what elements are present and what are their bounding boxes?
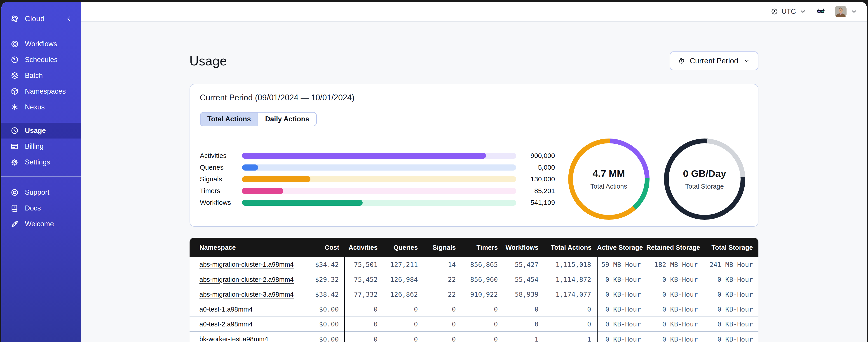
cell-timers: 0	[461, 302, 503, 317]
cell-active_storage: 0 KB-Hour	[597, 302, 646, 317]
column-header-retained_storage: Retained Storage	[646, 238, 703, 257]
cell-active_storage: 0 KB-Hour	[597, 332, 646, 342]
topbar: UTC	[81, 2, 867, 22]
bar-fill	[242, 188, 283, 194]
sidebar-item-label: Batch	[25, 71, 43, 80]
bar-track	[242, 188, 516, 194]
cell-cost: $0.00	[306, 332, 345, 342]
collapse-sidebar-icon[interactable]	[65, 15, 72, 22]
sidebar-divider	[1, 176, 81, 177]
column-header-namespace: Namespace	[190, 238, 306, 257]
cell-signals: 0	[423, 332, 461, 342]
bar-value: 85,201	[516, 187, 555, 195]
bar-label: Activities	[200, 152, 242, 160]
cell-timers: 910,922	[461, 287, 503, 302]
feedback-glasses-icon[interactable]	[816, 6, 826, 16]
sidebar-nav: WorkflowsSchedulesBatchNamespacesNexusUs…	[1, 36, 81, 232]
sidebar-item-settings[interactable]: Settings	[1, 154, 81, 170]
period-button-label: Current Period	[690, 57, 738, 65]
nexus-icon	[10, 103, 19, 111]
sidebar-item-nexus[interactable]: Nexus	[1, 99, 81, 115]
namespace-link[interactable]: abs-migration-cluster-2.a98mm4	[199, 276, 294, 283]
timezone-label: UTC	[781, 7, 796, 15]
bar-fill	[242, 165, 258, 171]
cell-active_storage: 0 KB-Hour	[597, 272, 646, 287]
sidebar-item-schedules[interactable]: Schedules	[1, 52, 81, 68]
cell-cost: $0.00	[306, 302, 345, 317]
cell-total_actions: 1,174,077	[544, 287, 597, 302]
cell-activities: 75,501	[345, 257, 383, 272]
namespace-link[interactable]: a0-test-1.a98mm4	[199, 306, 253, 313]
namespace-link[interactable]: bk-worker-test.a98mm4	[199, 336, 269, 342]
cell-workflows: 55,454	[503, 272, 544, 287]
cell-total_storage: 0 KB-Hour	[703, 287, 758, 302]
table-row: abs-migration-cluster-3.a98mm4$38.4277,3…	[190, 287, 758, 302]
sidebar-item-billing[interactable]: Billing	[1, 138, 81, 154]
cell-active_storage: 0 KB-Hour	[597, 317, 646, 332]
temporal-logo-icon	[10, 14, 19, 23]
current-period-card: Current Period (09/01/2024 — 10/01/2024)…	[190, 84, 758, 227]
cell-cost: $29.32	[306, 272, 345, 287]
chevron-down-icon[interactable]	[850, 8, 858, 15]
bar-label: Timers	[200, 187, 242, 195]
bar-row-workflows: Workflows541,109	[200, 197, 555, 208]
sidebar-item-label: Billing	[25, 142, 43, 150]
cell-queries: 127,211	[383, 257, 423, 272]
bar-value: 5,000	[516, 164, 555, 171]
period-selector-button[interactable]: Current Period	[670, 52, 758, 70]
donut-label: Total Storage	[685, 183, 724, 190]
cell-activities: 77,332	[345, 287, 383, 302]
sidebar-item-docs[interactable]: Docs	[1, 200, 81, 216]
brand: Cloud	[1, 11, 81, 27]
charts-row: Activities900,000Queries5,000Signals130,…	[200, 138, 748, 220]
app-window: Cloud WorkflowsSchedulesBatchNamespacesN…	[1, 2, 867, 342]
sidebar-item-label: Settings	[25, 158, 50, 166]
sidebar-item-workflows[interactable]: Workflows	[1, 36, 81, 52]
column-header-activities: Activities	[345, 238, 383, 257]
sidebar-item-batch[interactable]: Batch	[1, 68, 81, 83]
bar-label: Workflows	[200, 199, 242, 206]
column-header-timers: Timers	[461, 238, 503, 257]
cell-activities: 0	[345, 332, 383, 342]
cell-total_actions: 1,115,018	[544, 257, 597, 272]
cell-active_storage: 0 KB-Hour	[597, 287, 646, 302]
namespace-link[interactable]: a0-test-2.a98mm4	[199, 320, 253, 328]
sidebar-item-welcome[interactable]: Welcome	[1, 216, 81, 232]
cell-active_storage: 59 MB-Hour	[597, 257, 646, 272]
cell-activities: 0	[345, 317, 383, 332]
sidebar-item-usage[interactable]: Usage	[1, 123, 81, 138]
sidebar-item-label: Support	[25, 189, 50, 197]
cell-total_actions: 1,114,872	[544, 272, 597, 287]
cell-total_storage: 0 KB-Hour	[703, 317, 758, 332]
cell-cost: $38.42	[306, 287, 345, 302]
bar-fill	[242, 153, 486, 159]
card-title: Current Period (09/01/2024 — 10/01/2024)	[200, 93, 748, 102]
cell-workflows: 58,939	[503, 287, 544, 302]
namespace-link[interactable]: abs-migration-cluster-3.a98mm4	[199, 291, 294, 298]
bar-row-timers: Timers85,201	[200, 185, 555, 197]
avatar[interactable]	[835, 6, 846, 18]
cell-total_actions: 1	[544, 332, 597, 342]
cell-queries: 0	[383, 317, 423, 332]
usage-table: NamespaceCostActivitiesQueriesSignalsTim…	[190, 238, 758, 342]
tab-daily-actions[interactable]: Daily Actions	[257, 112, 316, 126]
bar-track	[242, 200, 516, 206]
cell-signals: 14	[423, 257, 461, 272]
sidebar-item-label: Docs	[25, 204, 41, 212]
schedules-icon	[10, 56, 19, 64]
account-menu[interactable]	[835, 6, 858, 18]
cell-signals: 22	[423, 272, 461, 287]
namespaces-icon	[10, 87, 19, 96]
table-row: a0-test-2.a98mm4$0.000000000 KB-Hour0 KB…	[190, 317, 758, 332]
cell-workflows: 55,427	[503, 257, 544, 272]
cell-retained_storage: 182 MB-Hour	[646, 257, 703, 272]
donut-value: 0 GB/Day	[683, 168, 726, 179]
table-row: abs-migration-cluster-2.a98mm4$29.3275,4…	[190, 272, 758, 287]
sidebar-item-namespaces[interactable]: Namespaces	[1, 83, 81, 99]
sidebar-item-support[interactable]: Support	[1, 184, 81, 200]
tab-total-actions[interactable]: Total Actions	[200, 112, 258, 126]
cell-activities: 75,452	[345, 272, 383, 287]
namespace-link[interactable]: abs-migration-cluster-1.a98mm4	[199, 261, 294, 268]
bar-row-activities: Activities900,000	[200, 150, 555, 162]
timezone-selector[interactable]: UTC	[771, 7, 807, 15]
